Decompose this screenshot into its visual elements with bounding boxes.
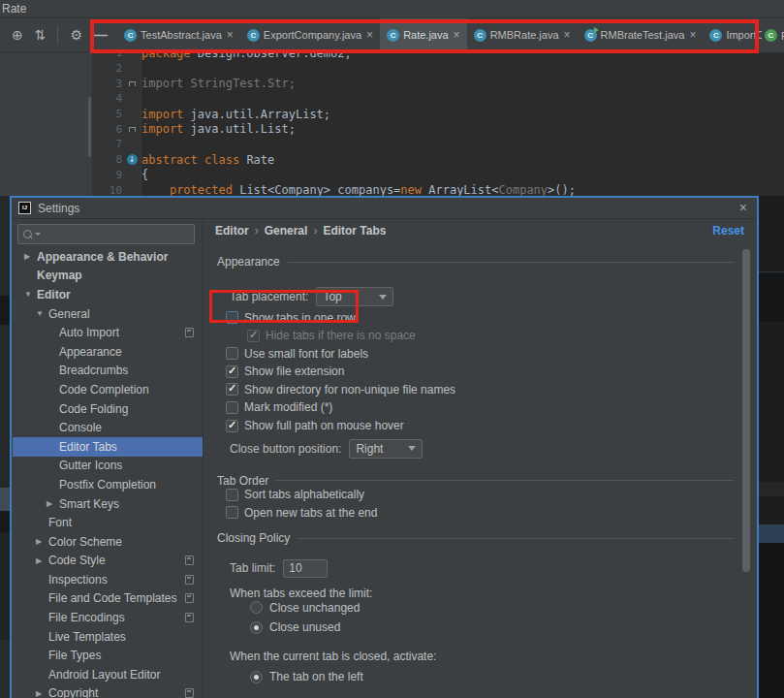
group-header-appearance: Appearance (217, 255, 734, 269)
code-line: 7 ↓ (92, 137, 784, 152)
sidebar-item[interactable]: Editor Tabs (13, 437, 203, 457)
checkbox[interactable] (226, 401, 238, 414)
radio-row[interactable]: Close unused (250, 620, 755, 635)
tree-arrow-icon[interactable] (36, 556, 46, 565)
radio-row[interactable]: The tab on the left (250, 670, 755, 684)
nav-breadcrumb[interactable]: Rate (2, 2, 26, 16)
collapse-all-icon[interactable]: ⇅ (35, 28, 47, 42)
checkbox[interactable] (226, 365, 238, 378)
breadcrumb-item[interactable]: Editor Tabs (323, 224, 386, 238)
per-project-icon (185, 688, 194, 698)
sidebar-item[interactable]: File Types (13, 646, 203, 665)
fold-marker-icon[interactable] (129, 127, 136, 132)
tree-arrow-icon[interactable] (36, 537, 46, 546)
close-button-position-dropdown[interactable]: Right (349, 439, 423, 459)
code-line: 6 ↓ import java.util.List; (92, 121, 784, 137)
sidebar-item-label: Code Folding (59, 402, 128, 416)
sidebar-item[interactable]: Editor (13, 285, 203, 304)
sidebar-item[interactable]: Appearance (13, 342, 203, 362)
chevron-down-icon (408, 446, 416, 451)
sidebar-item[interactable]: Console (13, 418, 203, 437)
code-text: protected List<Company> companys=new Arr… (141, 183, 576, 197)
code-text: import java.util.List; (141, 122, 296, 136)
activate-tab-label: When the current tab is closed, activate… (230, 650, 755, 663)
tab-limit-input[interactable] (283, 559, 328, 578)
sidebar-item[interactable]: Code Style (13, 552, 203, 571)
radio-button[interactable] (250, 601, 263, 614)
checkbox[interactable] (226, 383, 238, 396)
sidebar-item[interactable]: Keymap (13, 267, 203, 286)
gutter-fold-column[interactable]: ↓ (122, 127, 141, 132)
sidebar-item[interactable]: Color Scheme (13, 532, 203, 552)
gutter-fold-column[interactable]: ↓ (122, 154, 141, 165)
checkbox[interactable] (226, 347, 238, 360)
intellij-logo-icon: IJ (18, 202, 31, 214)
sidebar-item-label: Gutter Icons (59, 459, 122, 472)
sidebar-item[interactable]: Inspections (13, 570, 203, 589)
checkbox[interactable] (247, 330, 260, 342)
sidebar-item[interactable]: Postfix Completion (13, 475, 203, 494)
checkbox-row[interactable]: Show file extension (226, 365, 755, 379)
settings-search-box[interactable] (17, 224, 195, 244)
code-line: 5 ↓ import java.util.ArrayList; (92, 107, 784, 122)
sidebar-item[interactable]: Code Completion (13, 380, 203, 399)
sidebar-item[interactable]: Gutter Icons (13, 457, 203, 476)
annotation-show-tabs-box (209, 290, 359, 323)
sidebar-item-label: Code Style (48, 554, 106, 567)
sidebar-item[interactable]: General (13, 304, 203, 324)
checkbox-label: Show file extension (244, 365, 344, 378)
project-panel-scrollbar[interactable] (88, 97, 91, 157)
sidebar-item[interactable]: File and Code Templates (13, 589, 203, 609)
gutter-fold-column[interactable]: ↓ (122, 81, 141, 86)
checkbox-row[interactable]: Use small font for labels (226, 346, 755, 361)
sidebar-item[interactable]: Auto Import (13, 323, 203, 342)
line-number: 2 (92, 62, 122, 75)
radio-button[interactable] (250, 621, 263, 634)
line-number: 8 (92, 153, 122, 166)
sidebar-item-label: Editor Tabs (59, 440, 117, 454)
panel-scrollbar-thumb[interactable] (742, 249, 750, 572)
breadcrumb-item[interactable]: General (265, 224, 308, 238)
checkbox-row[interactable]: Sort tabs alphabetically (226, 488, 755, 502)
code-segment: >(); (548, 183, 576, 197)
checkbox-row[interactable]: Show full path on mouse hover (226, 419, 755, 433)
editor-tab-partial[interactable]: P (762, 18, 784, 52)
checkbox[interactable] (226, 489, 238, 501)
tree-arrow-icon[interactable] (36, 689, 46, 698)
gear-icon[interactable]: ⚙ (70, 28, 82, 42)
checkbox-row[interactable]: Hide tabs if there is no space (247, 329, 755, 343)
close-icon[interactable]: × (739, 200, 747, 215)
code-segment: import StringTest.Str; (141, 77, 296, 90)
sidebar-item[interactable]: Live Templates (13, 627, 203, 647)
sidebar-item[interactable]: Font (13, 513, 203, 532)
radio-button[interactable] (250, 671, 263, 683)
sidebar-item[interactable]: Breadcrumbs (13, 362, 203, 381)
implemented-marker-icon[interactable]: ↓ (127, 154, 138, 165)
tree-arrow-icon[interactable] (47, 499, 56, 508)
tree-arrow-icon[interactable] (36, 309, 46, 318)
group-header-label: Closing Policy (217, 531, 290, 545)
sidebar-item[interactable]: Copyright (13, 684, 203, 698)
sidebar-item[interactable]: File Encodings (13, 608, 203, 627)
checkbox-row[interactable]: Mark modified (*) (226, 400, 755, 415)
checkbox-row[interactable]: Open new tabs at the end (226, 505, 755, 520)
line-number: 10 (92, 184, 122, 197)
breadcrumb-separator-icon (313, 224, 317, 238)
breadcrumb-item[interactable]: Editor (215, 224, 249, 238)
tree-arrow-icon[interactable] (24, 290, 34, 299)
sidebar-item[interactable]: Smart Keys (13, 494, 203, 514)
checkbox[interactable] (226, 420, 238, 432)
scroll-from-source-icon[interactable]: ⊕ (12, 28, 23, 42)
sidebar-item[interactable]: Android Layout Editor (13, 665, 203, 684)
reset-link[interactable]: Reset (712, 224, 744, 238)
tree-arrow-icon[interactable] (24, 252, 34, 261)
fold-marker-icon[interactable] (129, 81, 136, 86)
sidebar-item[interactable]: Appearance & Behavior (13, 247, 203, 267)
radio-row[interactable]: Close unchanged (250, 600, 755, 615)
per-project-icon (185, 593, 194, 603)
sidebar-item[interactable]: Code Folding (13, 399, 203, 419)
checkbox-row[interactable]: Show directory for non-unique file names (226, 382, 755, 397)
search-input[interactable] (43, 225, 194, 243)
radio-label: The tab on the left (269, 670, 363, 683)
checkbox[interactable] (226, 506, 238, 519)
